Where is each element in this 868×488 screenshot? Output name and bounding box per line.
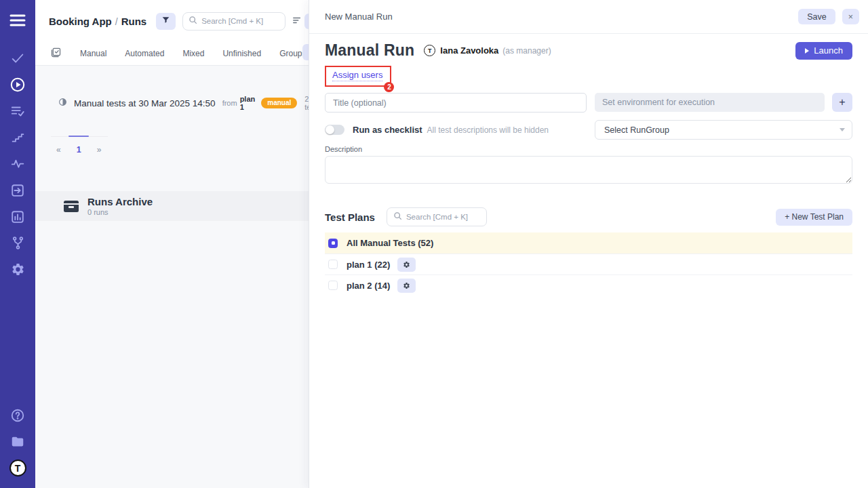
new-manual-run-panel: New Manual Run Save × Manual Run T Iana … [309, 0, 868, 488]
projects-folder-icon[interactable] [0, 428, 35, 455]
tab-unfinished[interactable]: Unfinished [222, 49, 261, 58]
tab-mixed[interactable]: Mixed [182, 49, 204, 58]
plan-settings-gear-icon[interactable] [397, 279, 416, 293]
app-root: T Booking App/Runs × Manual Automated [0, 0, 868, 488]
user-role: (as manager) [502, 46, 551, 56]
overlay-topbar: New Manual Run Save × [309, 0, 868, 34]
overlay-title: New Manual Run [325, 12, 393, 22]
runs-play-icon[interactable] [0, 71, 35, 98]
funnel-icon [161, 16, 170, 26]
annotation-step-badge: 2 [384, 82, 394, 92]
run-heading-row: Manual Run T Iana Zavoloka (as manager) … [325, 41, 852, 60]
test-plan-label: plan 2 (14) [347, 281, 390, 291]
run-form: + Run as checklist All test descriptions… [325, 93, 852, 140]
checkbox-unchecked[interactable] [328, 281, 338, 290]
launch-button-label: Launch [814, 45, 843, 56]
new-test-plan-button[interactable]: + New Test Plan [776, 209, 852, 226]
breadcrumb-separator: / [115, 16, 118, 27]
runs-list-panel: Booking App/Runs × Manual Automated Mixe… [35, 0, 309, 488]
breadcrumb-current: Runs [121, 16, 147, 27]
brand-logo[interactable]: T [0, 455, 35, 481]
archive-texts: Runs Archive 0 runs [87, 196, 153, 216]
test-plan-row-all-manual[interactable]: All Manual Tests (52) [325, 232, 852, 253]
filter-button[interactable] [156, 13, 176, 30]
runs-archive-row[interactable]: Runs Archive 0 runs [35, 191, 309, 221]
milestones-steps-icon[interactable] [0, 124, 35, 150]
test-plan-row-plan-2[interactable]: plan 2 (14) [325, 274, 852, 296]
sidebar: T [0, 0, 35, 488]
pagination-next-button[interactable]: » [97, 145, 102, 155]
branches-git-icon[interactable] [0, 230, 35, 256]
rungroup-select-value: Select RunGroup [604, 125, 669, 135]
checklist-hint: All test descriptions will be hidden [427, 125, 549, 135]
menu-icon[interactable] [0, 5, 35, 35]
import-sign-in-icon[interactable] [0, 177, 35, 203]
user-name: Iana Zavoloka [440, 45, 498, 56]
breadcrumb: Booking App/Runs [49, 16, 146, 27]
overlay-content: Manual Run T Iana Zavoloka (as manager) … [309, 41, 868, 296]
run-title[interactable]: Manual tests at 30 Mar 2025 14:50 [74, 98, 216, 108]
chevron-down-icon [840, 128, 845, 131]
run-list-item[interactable]: Manual tests at 30 Mar 2025 14:50 from p… [35, 96, 309, 110]
settings-gear-icon[interactable] [0, 256, 35, 283]
rungroup-select[interactable]: Select RunGroup [595, 120, 852, 140]
run-as-checklist-toggle[interactable] [325, 125, 344, 135]
tab-automated[interactable]: Automated [125, 49, 164, 58]
activity-pulse-icon[interactable] [0, 150, 35, 177]
test-plan-label: plan 1 (22) [347, 260, 390, 270]
tests-check-icon[interactable] [0, 45, 35, 71]
search-icon [393, 211, 402, 223]
close-button[interactable]: × [842, 9, 859, 24]
run-from-label: from [222, 99, 237, 107]
plan-settings-gear-icon[interactable] [397, 258, 416, 272]
assign-users-link[interactable]: Assign users [332, 70, 382, 81]
title-input[interactable] [325, 93, 587, 113]
pagination-track [51, 136, 108, 137]
environment-input[interactable] [595, 93, 825, 112]
runs-search-input[interactable] [201, 17, 279, 25]
runs-header: Booking App/Runs × [35, 0, 309, 42]
test-plan-label: All Manual Tests (52) [347, 238, 433, 248]
environment-row: + [595, 93, 852, 113]
pagination-page-1[interactable]: 1 [77, 145, 81, 155]
help-icon[interactable] [0, 402, 35, 428]
breadcrumb-project[interactable]: Booking App [49, 16, 112, 27]
description-textarea[interactable] [325, 156, 852, 184]
test-plans-header: Test Plans + New Test Plan [325, 207, 852, 226]
runs-search[interactable] [182, 12, 285, 30]
pagination-prev-button[interactable]: « [56, 145, 61, 155]
pagination-active-indicator [68, 136, 89, 137]
pagination-controls: « 1 » [51, 145, 309, 155]
play-icon [805, 48, 809, 54]
test-plans-search-input[interactable] [406, 213, 480, 221]
overlay-actions: Save × [798, 9, 859, 24]
archive-box-icon [64, 201, 79, 212]
tab-manual[interactable]: Manual [80, 49, 106, 58]
save-button[interactable]: Save [798, 9, 835, 24]
reports-bar-chart-icon[interactable] [0, 203, 35, 230]
runs-tabs: Manual Automated Mixed Unfinished Groups [35, 42, 309, 66]
suites-list-check-icon[interactable] [0, 98, 35, 124]
archive-count: 0 runs [87, 208, 153, 216]
run-plan-name[interactable]: plan 1 [240, 95, 256, 111]
globe-icon [58, 97, 67, 109]
select-all-icon[interactable] [50, 47, 62, 61]
test-plans-search[interactable] [387, 207, 487, 226]
add-environment-button[interactable]: + [832, 93, 852, 112]
page-title: Manual Run [325, 41, 414, 60]
test-plan-row-plan-1[interactable]: plan 1 (22) [325, 253, 852, 274]
brand-logo-letter: T [9, 460, 26, 476]
checkbox-unchecked[interactable] [328, 260, 338, 269]
run-type-badge: manual [261, 98, 297, 109]
tabs-scroll-pill[interactable] [302, 44, 309, 60]
launch-button[interactable]: Launch [795, 42, 852, 60]
pagination: « 1 » [35, 136, 309, 155]
archive-title: Runs Archive [87, 196, 153, 207]
runs-list-body: Manual tests at 30 Mar 2025 14:50 from p… [35, 96, 309, 221]
description-label: Description [325, 145, 852, 153]
sidebar-footer: T [0, 402, 35, 488]
test-plans-list: All Manual Tests (52) plan 1 (22) plan 2… [325, 232, 852, 296]
sort-icon[interactable] [292, 16, 302, 27]
checkbox-checked[interactable] [328, 239, 338, 248]
test-plans-heading: Test Plans [325, 211, 375, 223]
